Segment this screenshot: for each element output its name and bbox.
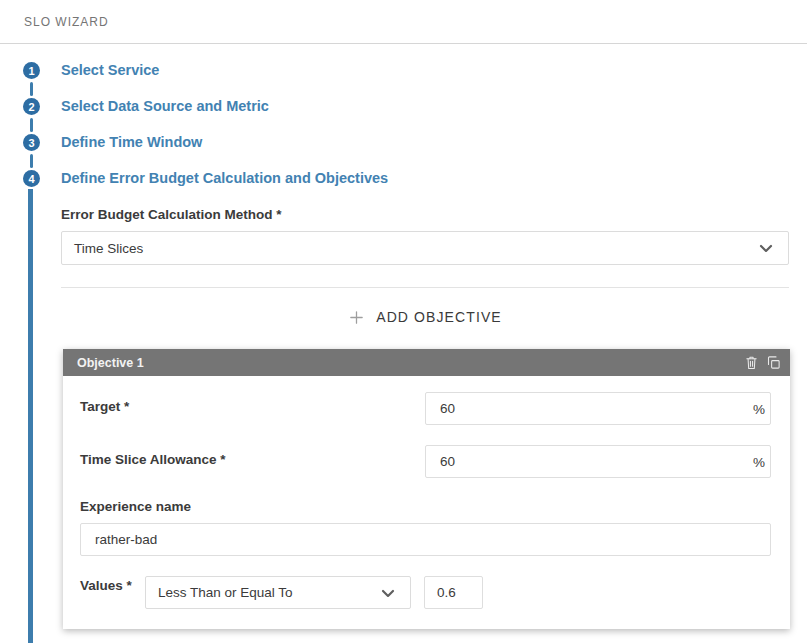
experience-name-label: Experience name (80, 499, 191, 514)
step-4-badge[interactable]: 4 (23, 170, 40, 187)
wizard-header: SLO WIZARD (0, 0, 807, 44)
step-2-badge[interactable]: 2 (23, 98, 40, 115)
time-slice-allowance-input[interactable] (425, 445, 771, 478)
objective-panel: Objective 1 Target * % Time Slice Allowa… (63, 349, 790, 629)
chevron-down-icon (756, 238, 776, 258)
plus-icon (348, 309, 365, 326)
objective-panel-header: Objective 1 (63, 349, 790, 376)
chevron-down-icon (378, 583, 398, 603)
target-suffix: % (753, 402, 765, 417)
calc-method-label: Error Budget Calculation Method * (61, 207, 282, 222)
time-slice-allowance-label: Time Slice Allowance * (80, 452, 226, 467)
step-connector (30, 82, 33, 96)
objective-actions (744, 355, 781, 370)
target-input[interactable] (425, 392, 771, 425)
step-connector (30, 154, 33, 168)
section-divider (61, 287, 789, 288)
experience-name-input[interactable] (80, 523, 771, 556)
step-1-label[interactable]: Select Service (61, 62, 159, 79)
time-slice-allowance-suffix: % (753, 455, 765, 470)
trash-icon[interactable] (744, 355, 759, 370)
target-label: Target * (80, 399, 129, 414)
step-connector (30, 118, 33, 132)
copy-icon[interactable] (766, 355, 781, 370)
add-objective-label: ADD OBJECTIVE (376, 309, 502, 325)
step-1-badge[interactable]: 1 (23, 62, 40, 79)
calc-method-select[interactable]: Time Slices (61, 231, 789, 265)
add-objective-button[interactable]: ADD OBJECTIVE (61, 304, 789, 330)
values-threshold-input[interactable] (424, 576, 483, 609)
active-step-line (28, 189, 33, 643)
objective-title: Objective 1 (77, 356, 144, 370)
values-operator-select[interactable]: Less Than or Equal To (145, 576, 411, 609)
calc-method-value: Time Slices (74, 241, 143, 256)
page-title: SLO WIZARD (24, 15, 109, 29)
step-4-label[interactable]: Define Error Budget Calculation and Obje… (61, 170, 388, 187)
step-3-label[interactable]: Define Time Window (61, 134, 202, 151)
step-2-label[interactable]: Select Data Source and Metric (61, 98, 269, 115)
values-label: Values * (80, 578, 132, 593)
step-3-badge[interactable]: 3 (23, 134, 40, 151)
values-operator-value: Less Than or Equal To (158, 585, 293, 600)
